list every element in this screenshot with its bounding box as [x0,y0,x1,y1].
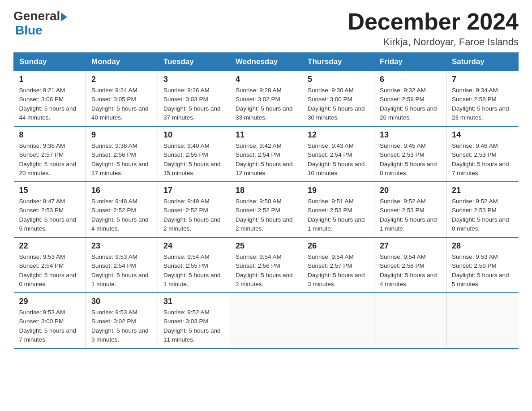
day-info: Sunrise: 9:53 AMSunset: 2:54 PMDaylight:… [19,253,81,289]
calendar-cell: 4Sunrise: 9:28 AMSunset: 3:02 PMDaylight… [230,71,302,127]
day-number: 18 [236,186,296,195]
month-title: December 2024 [348,9,519,34]
calendar-cell: 15Sunrise: 9:47 AMSunset: 2:53 PMDayligh… [14,182,86,237]
calendar-cell: 13Sunrise: 9:45 AMSunset: 2:53 PMDayligh… [374,126,446,182]
day-info: Sunrise: 9:54 AMSunset: 2:56 PMDaylight:… [236,253,296,289]
day-number: 28 [452,241,513,251]
calendar-cell: 25Sunrise: 9:54 AMSunset: 2:56 PMDayligh… [230,237,302,293]
day-number: 23 [91,241,152,251]
day-info: Sunrise: 9:43 AMSunset: 2:54 PMDaylight:… [308,141,369,178]
calendar-cell: 31Sunrise: 9:52 AMSunset: 3:03 PMDayligh… [158,293,230,348]
header-sunday: Sunday [14,53,86,71]
day-info: Sunrise: 9:52 AMSunset: 3:03 PMDaylight:… [163,308,224,344]
day-info: Sunrise: 9:38 AMSunset: 2:56 PMDaylight:… [91,141,152,178]
calendar-cell: 22Sunrise: 9:53 AMSunset: 2:54 PMDayligh… [14,237,86,293]
day-number: 19 [308,186,369,195]
calendar-cell: 28Sunrise: 9:53 AMSunset: 2:59 PMDayligh… [446,237,519,293]
day-number: 5 [308,75,369,84]
day-info: Sunrise: 9:34 AMSunset: 2:58 PMDaylight:… [452,86,513,122]
location: Kirkja, Nordoyar, Faroe Islands [348,36,519,48]
calendar-cell [446,293,519,348]
day-number: 2 [91,75,152,84]
calendar-cell: 7Sunrise: 9:34 AMSunset: 2:58 PMDaylight… [446,71,519,127]
calendar-cell: 26Sunrise: 9:54 AMSunset: 2:57 PMDayligh… [302,237,374,293]
day-info: Sunrise: 9:28 AMSunset: 3:02 PMDaylight:… [236,86,296,122]
header-saturday: Saturday [446,53,519,71]
calendar-cell: 12Sunrise: 9:43 AMSunset: 2:54 PMDayligh… [302,126,374,182]
day-info: Sunrise: 9:54 AMSunset: 2:57 PMDaylight:… [308,253,369,289]
header-friday: Friday [374,53,446,71]
day-number: 27 [380,241,441,251]
logo: General Blue [13,9,67,38]
calendar-cell: 8Sunrise: 9:36 AMSunset: 2:57 PMDaylight… [14,126,86,182]
day-number: 7 [452,75,513,84]
calendar-cell [302,293,374,348]
header-monday: Monday [86,53,158,71]
day-number: 26 [308,241,369,251]
day-info: Sunrise: 9:30 AMSunset: 3:00 PMDaylight:… [308,86,369,122]
calendar-week-5: 29Sunrise: 9:53 AMSunset: 3:00 PMDayligh… [14,293,519,348]
calendar-cell: 11Sunrise: 9:42 AMSunset: 2:54 PMDayligh… [230,126,302,182]
calendar-cell: 9Sunrise: 9:38 AMSunset: 2:56 PMDaylight… [86,126,158,182]
header-wednesday: Wednesday [230,53,302,71]
day-info: Sunrise: 9:45 AMSunset: 2:53 PMDaylight:… [380,141,441,178]
day-number: 30 [91,297,152,306]
calendar-cell: 24Sunrise: 9:54 AMSunset: 2:55 PMDayligh… [158,237,230,293]
header-thursday: Thursday [302,53,374,71]
day-info: Sunrise: 9:36 AMSunset: 2:57 PMDaylight:… [19,141,81,178]
day-number: 29 [19,297,81,306]
day-info: Sunrise: 9:51 AMSunset: 2:53 PMDaylight:… [308,197,369,233]
calendar-cell [374,293,446,348]
day-number: 15 [19,186,81,195]
day-number: 17 [163,186,224,195]
day-number: 4 [236,75,296,84]
day-info: Sunrise: 9:52 AMSunset: 2:53 PMDaylight:… [452,197,513,233]
calendar-cell: 20Sunrise: 9:52 AMSunset: 2:53 PMDayligh… [374,182,446,237]
calendar-cell: 6Sunrise: 9:32 AMSunset: 2:59 PMDaylight… [374,71,446,127]
calendar-cell [230,293,302,348]
day-info: Sunrise: 9:53 AMSunset: 2:59 PMDaylight:… [452,253,513,289]
calendar-cell: 18Sunrise: 9:50 AMSunset: 2:52 PMDayligh… [230,182,302,237]
calendar-week-2: 8Sunrise: 9:36 AMSunset: 2:57 PMDaylight… [14,126,519,182]
day-info: Sunrise: 9:46 AMSunset: 2:53 PMDaylight:… [452,141,513,178]
calendar-cell: 2Sunrise: 9:24 AMSunset: 3:05 PMDaylight… [86,71,158,127]
day-info: Sunrise: 9:54 AMSunset: 2:55 PMDaylight:… [163,253,224,289]
logo-blue: Blue [15,23,43,37]
day-number: 9 [91,130,152,140]
day-info: Sunrise: 9:52 AMSunset: 2:53 PMDaylight:… [380,197,441,233]
day-info: Sunrise: 9:40 AMSunset: 2:55 PMDaylight:… [163,141,224,178]
day-number: 1 [19,75,81,84]
day-info: Sunrise: 9:47 AMSunset: 2:53 PMDaylight:… [19,197,81,233]
logo-arrow-icon [61,13,67,21]
calendar-cell: 27Sunrise: 9:54 AMSunset: 2:58 PMDayligh… [374,237,446,293]
day-info: Sunrise: 9:42 AMSunset: 2:54 PMDaylight:… [236,141,296,178]
day-number: 13 [380,130,441,140]
day-number: 16 [91,186,152,195]
calendar-cell: 5Sunrise: 9:30 AMSunset: 3:00 PMDaylight… [302,71,374,127]
calendar-cell: 14Sunrise: 9:46 AMSunset: 2:53 PMDayligh… [446,126,519,182]
day-number: 6 [380,75,441,84]
day-info: Sunrise: 9:24 AMSunset: 3:05 PMDaylight:… [91,86,152,122]
day-info: Sunrise: 9:53 AMSunset: 3:02 PMDaylight:… [91,308,152,344]
day-info: Sunrise: 9:26 AMSunset: 3:03 PMDaylight:… [163,86,224,122]
calendar-cell: 10Sunrise: 9:40 AMSunset: 2:55 PMDayligh… [158,126,230,182]
day-number: 21 [452,186,513,195]
day-number: 24 [163,241,224,251]
calendar-cell: 29Sunrise: 9:53 AMSunset: 3:00 PMDayligh… [14,293,86,348]
day-number: 8 [19,130,81,140]
day-info: Sunrise: 9:32 AMSunset: 2:59 PMDaylight:… [380,86,441,122]
calendar-week-4: 22Sunrise: 9:53 AMSunset: 2:54 PMDayligh… [14,237,519,293]
day-number: 20 [380,186,441,195]
header-tuesday: Tuesday [158,53,230,71]
day-number: 25 [236,241,296,251]
day-number: 10 [163,130,224,140]
calendar-cell: 19Sunrise: 9:51 AMSunset: 2:53 PMDayligh… [302,182,374,237]
page-header: General Blue December 2024 Kirkja, Nordo… [13,9,519,48]
day-number: 3 [163,75,224,84]
day-number: 14 [452,130,513,140]
calendar-header-row: SundayMondayTuesdayWednesdayThursdayFrid… [14,53,519,71]
day-number: 12 [308,130,369,140]
calendar-table: SundayMondayTuesdayWednesdayThursdayFrid… [13,52,519,349]
day-info: Sunrise: 9:54 AMSunset: 2:58 PMDaylight:… [380,253,441,289]
day-number: 11 [236,130,296,140]
